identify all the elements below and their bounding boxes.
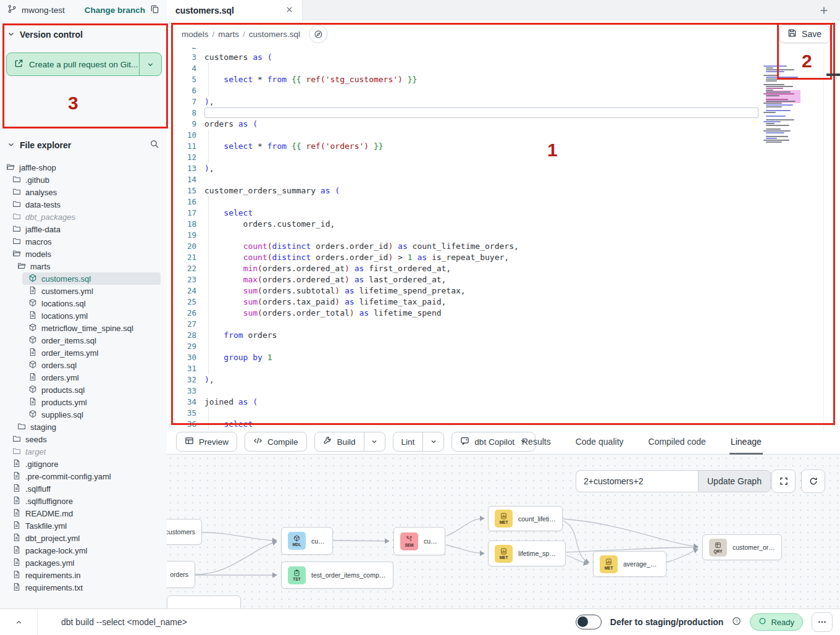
tree-item-customers-yml[interactable]: customers.yml [0,285,167,297]
code-line-28[interactable]: 28 from orders [167,330,840,341]
tree-item-packages-yml[interactable]: packages.yml [0,557,167,569]
change-branch-link[interactable]: Change branch [85,6,145,15]
tree-item--github[interactable]: .github [0,174,167,186]
code-line-17[interactable]: 17 select [167,208,840,219]
tree-item-products-sql[interactable]: products.sql [0,384,167,396]
tree-item-analyses[interactable]: analyses [0,186,167,198]
tree-item-requirements-in[interactable]: requirements.in [0,569,167,581]
code-line-15[interactable]: 15customer_orders_summary as ( [167,185,840,196]
compile-button[interactable]: Compile [245,432,307,452]
preview-button[interactable]: Preview [176,432,237,452]
code-line-8[interactable]: 8 [167,107,840,119]
lineage-node-lifetime-spend-pretax[interactable]: METlifetime_spend_pretax [488,540,566,566]
fullscreen-button[interactable] [771,469,796,493]
code-line-20[interactable]: 20 count(distinct orders.order_id) as co… [167,241,840,252]
tree-item-dbt-packages[interactable]: dbt_packages [0,211,167,223]
minimap[interactable] [761,64,809,147]
code-line-34[interactable]: 34joined as ( [167,397,840,408]
tab-compiled-code[interactable]: Compiled code [647,430,707,455]
lint-button[interactable]: Lint [393,432,445,452]
tree-item-locations-sql[interactable]: locations.sql [0,297,167,309]
lineage-node-customer-order-metrics[interactable]: QRYcustomer_order_metrics [702,534,782,560]
code-line-31[interactable]: 31 [167,363,840,374]
breadcrumb-file[interactable]: customers.sql [249,30,300,39]
code-line-4[interactable]: 4 [167,63,840,74]
close-icon[interactable] [285,5,293,16]
help-icon[interactable]: ? [732,616,741,628]
new-tab-button[interactable] [817,3,831,18]
tree-item--gitignore[interactable]: .gitignore [0,458,167,470]
lineage-node-average-order-value[interactable]: METaverage_order_value [593,551,666,577]
code-line-6[interactable]: 6 [167,85,840,96]
file-explorer-header[interactable]: File explorer [7,139,159,151]
lineage-node-stg-customers[interactable]: stg_customers [167,519,202,545]
code-line-2[interactable]: 2 [167,48,840,52]
code-line-7[interactable]: 7), [167,96,840,107]
code-line-13[interactable]: 13), [167,163,840,174]
code-line-9[interactable]: 9orders as ( [167,119,840,130]
code-line-12[interactable]: 12 [167,152,840,163]
defer-toggle[interactable] [576,615,602,629]
more-options-button[interactable] [812,612,833,632]
version-control-header[interactable]: Version control [7,30,159,40]
code-line-29[interactable]: 29 [167,341,840,352]
tree-item-seeds[interactable]: seeds [0,433,167,445]
code-line-5[interactable]: 5 select * from {{ ref('stg_customers') … [167,74,840,85]
tree-item-order-items-sql[interactable]: order_items.sql [0,334,167,347]
tree-item-macros[interactable]: macros [0,235,167,248]
code-line-16[interactable]: 16 [167,196,840,208]
tree-item-dbt-project-yml[interactable]: dbt_project.yml [0,532,167,544]
code-line-19[interactable]: 19 [167,230,840,241]
refresh-button[interactable] [801,469,825,493]
lineage-selector-input[interactable] [576,470,698,492]
code-line-21[interactable]: 21 count(distinct orders.order_id) > 1 a… [167,252,840,263]
breadcrumb-marts[interactable]: marts [218,30,239,39]
search-icon[interactable] [149,139,159,151]
lineage-node-partial[interactable] [167,595,241,608]
tree-item-marts[interactable]: marts [0,260,167,272]
code-line-22[interactable]: 22 min(orders.ordered_at) as first_order… [167,263,840,274]
code-line-14[interactable]: 14 [167,174,840,185]
code-line-30[interactable]: 30 group by 1 [167,352,840,363]
tree-item-jaffle-shop[interactable]: jaffle-shop [0,161,167,174]
tree-item-models[interactable]: models [0,248,167,260]
code-line-23[interactable]: 23 max(orders.ordered_at) as last_ordere… [167,274,840,285]
build-button[interactable]: Build [314,432,385,452]
code-line-10[interactable]: 10 [167,130,840,141]
lineage-node-customers[interactable]: MDLcustomers [281,527,333,555]
tab-customers-sql[interactable]: customers.sql [167,0,303,20]
tree-item-data-tests[interactable]: data-tests [0,198,167,211]
tree-item-locations-yml[interactable]: locations.yml [0,309,167,322]
tree-item-jaffle-data[interactable]: jaffle-data [0,223,167,235]
explore-compass-button[interactable] [309,25,327,43]
tree-item--sqlfluffignore[interactable]: .sqlfluffignore [0,495,167,507]
tree-item-customers-sql[interactable]: customers.sql [22,272,161,285]
tree-item-readme-md[interactable]: README.md [0,507,167,519]
code-line-26[interactable]: 26 sum(orders.order_total) as lifetime_s… [167,308,840,319]
save-button[interactable]: Save [779,25,830,43]
code-line-18[interactable]: 18 orders.customer_id, [167,219,840,230]
tree-item-package-lock-yml[interactable]: package-lock.yml [0,544,167,557]
command-bar-expand-caret[interactable] [0,618,37,626]
tree-item--sqlfluff[interactable]: .sqlfluff [0,482,167,495]
code-editor[interactable]: 23customers as (45 select * from {{ ref(… [167,48,840,430]
code-line-11[interactable]: 11 select * from {{ ref('orders') }} [167,141,840,152]
lineage-node-orders[interactable]: orders [167,561,195,588]
tree-item-taskfile-yml[interactable]: Taskfile.yml [0,519,167,532]
tree-item-orders-yml[interactable]: orders.yml [0,371,167,384]
code-line-24[interactable]: 24 sum(orders.subtotal) as lifetime_spen… [167,285,840,296]
code-line-33[interactable]: 33 [167,385,840,397]
code-line-36[interactable]: 36 select [167,419,840,430]
ready-status-badge[interactable]: Ready [750,613,803,631]
copy-icon[interactable] [150,4,159,16]
tree-item-requirements-txt[interactable]: requirements.txt [0,581,167,594]
lineage-node-customers[interactable]: SEMcustomers [393,527,445,555]
tree-item-orders-sql[interactable]: orders.sql [0,359,167,371]
lineage-node-test-order-items-compute-to-bools-[interactable]: TSTtest_order_items_compute_to_bools... [281,561,393,589]
build-dropdown-caret[interactable] [364,432,385,451]
code-line-3[interactable]: 3customers as ( [167,52,840,63]
tree-item-target[interactable]: target [0,445,167,458]
pr-dropdown-caret[interactable] [139,53,161,75]
create-pull-request-button[interactable]: Create a pull request on Git... [6,53,162,76]
lint-dropdown-caret[interactable] [422,432,443,451]
